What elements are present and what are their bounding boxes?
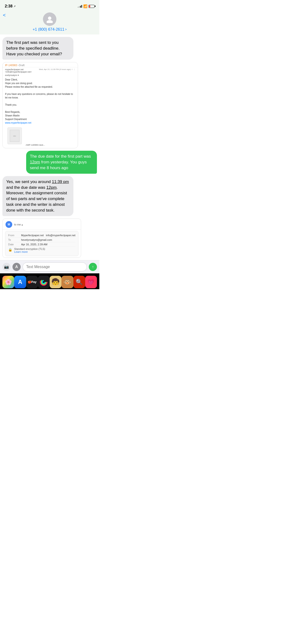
svg-point-1 xyxy=(47,20,53,23)
attachment-name: AMP-140983-rave... xyxy=(26,144,45,146)
send-icon: ↑ xyxy=(92,265,94,269)
status-time: 2:38 xyxy=(5,4,13,8)
email-line4: Thank you. xyxy=(5,103,75,106)
gmail-embed-header: M to me ▴ xyxy=(3,219,81,230)
activity-rings-icon xyxy=(39,278,48,286)
message-row-4: Yes, we sent you around 11:39 pm and the… xyxy=(3,176,97,216)
email-thumbnail: doc xyxy=(8,128,22,144)
email-date: Wed, Apr 15, 11:39 PM (9 hours ago) ☆ ⋮ xyxy=(39,68,75,73)
email-link[interactable]: www.myperfectpaper.net xyxy=(5,122,32,124)
app-store-button[interactable]: A xyxy=(13,263,21,271)
gmail-from-row: From Myperfectpaper.net info@myperfectpa… xyxy=(8,233,75,238)
dock-photos[interactable]: 🌸 xyxy=(3,276,14,288)
email-id-label: IP-140983 -Draft xyxy=(5,64,25,66)
send-button[interactable]: ↑ xyxy=(89,263,97,271)
from-value: Myperfectpaper.net info@myperfectpaper.n… xyxy=(21,234,75,237)
email-line2: Please review the attached file as reque… xyxy=(5,85,75,89)
gmail-embed[interactable]: M to me ▴ From Myperfectpaper.net info@m… xyxy=(3,218,81,258)
time-underline-1: 12pm xyxy=(30,160,40,164)
svg-point-4 xyxy=(42,280,45,284)
contact-info[interactable]: +1 (800) 674-2611 > xyxy=(33,27,67,32)
appstore-icon: A xyxy=(15,265,18,269)
wifi-icon: 📶 xyxy=(83,4,87,8)
battery-icon xyxy=(89,5,95,8)
input-area: 📷 A ↑ xyxy=(0,260,99,273)
time-underline-3: 12pm xyxy=(46,185,57,190)
home-indicator xyxy=(33,290,66,292)
signal-bar-1 xyxy=(78,7,78,8)
app-dock: 🌸 A 🍎Pay 🧒 🐵 🔍 💗 xyxy=(0,273,99,289)
back-button[interactable]: < xyxy=(3,12,6,18)
email-salutation: Dear Client, xyxy=(5,78,75,82)
dock-hidden[interactable]: 💗 xyxy=(85,276,97,288)
email-to-label: evelynsatyro ▾ xyxy=(3,74,78,77)
to-value: hevelynsatyro@gmail.com xyxy=(21,238,75,241)
dock-applepay[interactable]: 🍎Pay xyxy=(26,276,38,288)
dock-activity[interactable] xyxy=(38,276,50,288)
chevron-right-icon: > xyxy=(65,28,67,31)
date-value: Apr 16, 2020, 2:39 AM xyxy=(21,243,75,246)
email-attachment-area: doc AMP-140983-rave... xyxy=(3,126,78,148)
signal-bar-2 xyxy=(79,6,80,8)
camera-icon: 📷 xyxy=(4,264,9,269)
status-bar: 2:38 ↗ 📶 xyxy=(0,0,99,10)
date-label: Date xyxy=(8,243,20,246)
email-line1: Hope you are doing good. xyxy=(5,82,75,85)
email-attachment-bubble[interactable]: IP-140983 -Draft myperfectpaper.net <inf… xyxy=(3,62,78,148)
to-label: To xyxy=(8,238,20,241)
message-row-2: IP-140983 -Draft myperfectpaper.net <inf… xyxy=(3,62,97,148)
gmail-avatar: M xyxy=(6,221,12,228)
signal-bar-4 xyxy=(81,5,82,8)
camera-button[interactable]: 📷 xyxy=(3,263,11,271)
person-icon xyxy=(46,15,54,23)
email-line3: If you have any questions or concerns, p… xyxy=(5,92,75,100)
avatar xyxy=(43,12,56,26)
gmail-details: From Myperfectpaper.net info@myperfectpa… xyxy=(5,231,78,256)
encryption-info: Standard encryption (TLS) Learn more xyxy=(14,248,45,253)
email-closing: Best Regards, xyxy=(5,110,75,114)
email-from-name: myperfectpaper.net <info@myperfectpaper.… xyxy=(5,68,38,73)
from-label: From xyxy=(8,234,20,237)
email-body: Dear Client, Hope you are doing good. Pl… xyxy=(3,77,78,126)
bubble-text-1: The first part was sent to you before th… xyxy=(6,40,62,56)
learn-more-link[interactable]: Learn more xyxy=(14,250,28,253)
signal-bar-3 xyxy=(80,6,81,8)
dock-search[interactable]: 🔍 xyxy=(73,276,85,288)
email-from-row: myperfectpaper.net <info@myperfectpaper.… xyxy=(3,67,78,74)
email-dept: Support Department xyxy=(5,118,75,121)
message-input[interactable] xyxy=(23,262,87,272)
dock-appstore[interactable]: A xyxy=(14,276,26,288)
gmail-to-row: To hevelynsatyro@gmail.com xyxy=(8,238,75,242)
dock-memoji1[interactable]: 🧒 xyxy=(50,276,61,288)
bubble-outgoing-1: The due date for the first part was 12pm… xyxy=(26,151,97,174)
message-row-5: M to me ▴ From Myperfectpaper.net info@m… xyxy=(3,218,97,258)
encryption-text: Standard encryption (TLS) xyxy=(14,248,45,250)
message-row-3: The due date for the first part was 12pm… xyxy=(3,151,97,174)
chat-area: The first part was sent to you before th… xyxy=(0,34,99,260)
location-icon: ↗ xyxy=(14,5,16,8)
status-icons: 📶 xyxy=(78,4,95,8)
message-row-1: The first part was sent to you before th… xyxy=(3,37,97,60)
email-name: Shawn Martin xyxy=(5,114,75,118)
gmail-encryption-row: 🔒 Standard encryption (TLS) Learn more xyxy=(8,247,75,254)
gmail-to-label: to me ▴ xyxy=(14,223,23,226)
draft-text: -Draft xyxy=(18,64,25,66)
dock-memoji2[interactable]: 🐵 xyxy=(61,276,73,288)
signal-bars xyxy=(78,5,82,8)
lock-icon: 🔒 xyxy=(8,248,12,252)
bubble-incoming-2: Yes, we sent you around 11:39 pm and the… xyxy=(3,176,73,216)
battery-fill xyxy=(89,5,90,8)
email-header: IP-140983 -Draft xyxy=(3,62,78,67)
gmail-date-row: Date Apr 16, 2020, 2:39 AM xyxy=(8,242,75,247)
time-underline-2: 11:39 pm xyxy=(52,180,69,184)
header: < +1 (800) 674-2611 > xyxy=(0,10,99,34)
doc-preview: doc xyxy=(10,130,20,142)
phone-number: +1 (800) 674-2611 xyxy=(33,27,64,32)
bubble-incoming-1: The first part was sent to you before th… xyxy=(3,37,73,60)
svg-point-0 xyxy=(48,16,51,20)
draft-label: IP-140983 xyxy=(5,64,17,66)
